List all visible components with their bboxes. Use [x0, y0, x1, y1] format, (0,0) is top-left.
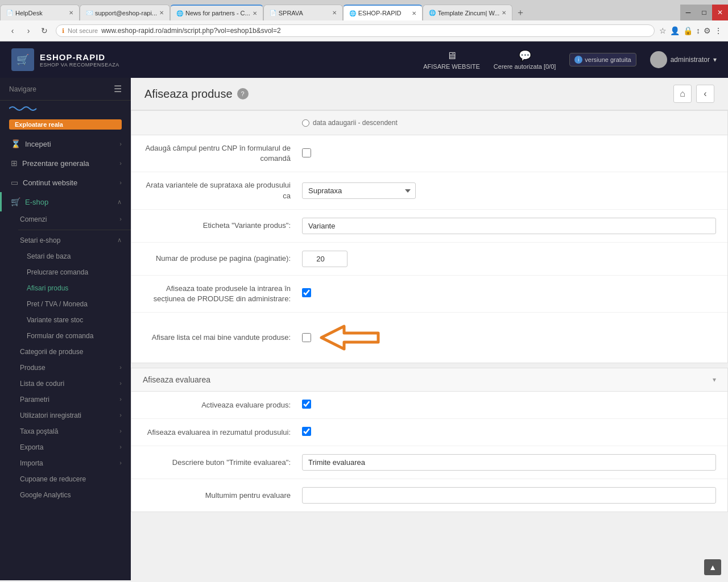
- sidebar-item-taxa-postala[interactable]: Taxa poştală ›: [18, 423, 131, 439]
- tab-news[interactable]: 🌐 News for partners - C... ✕: [170, 5, 263, 20]
- extension2-button[interactable]: ↕: [696, 26, 700, 35]
- news-tab-close[interactable]: ✕: [253, 10, 257, 16]
- cnp-checkbox[interactable]: [302, 148, 311, 157]
- sidebar-item-afisari-produs[interactable]: Afisari produs: [18, 280, 131, 296]
- eticheta-input[interactable]: [302, 218, 716, 234]
- settings-button[interactable]: ⚙: [704, 26, 711, 35]
- sidebar-item-exporta[interactable]: Exporta ›: [18, 439, 131, 455]
- sort-radio-label[interactable]: data adaugarii - descendent: [302, 119, 716, 127]
- sidebar-item-categorii[interactable]: Categorii de produse: [18, 344, 131, 360]
- exporta-chevron-icon: ›: [119, 443, 122, 451]
- admin-area[interactable]: administrator ▾: [650, 51, 717, 68]
- eshop-rapid-tab-title: ESHOP-RAPID: [358, 10, 410, 16]
- close-button[interactable]: ✕: [712, 5, 728, 20]
- variante-stare-label: Variante stare stoc: [27, 316, 83, 324]
- afisare-lista-label: Afisare lista cel mai bine vandute produ…: [143, 332, 302, 343]
- not-secure-icon: ℹ: [62, 27, 64, 35]
- extension1-button[interactable]: 🔒: [683, 26, 693, 35]
- afisare-website-button[interactable]: 🖥 AFISARE WEBSITE: [423, 50, 480, 70]
- template-tab-close[interactable]: ✕: [502, 10, 506, 16]
- logo-box: 🛒: [11, 48, 34, 71]
- afisare-lista-checkbox[interactable]: [302, 333, 311, 342]
- help-icon[interactable]: ?: [237, 88, 249, 99]
- sidebar-item-comenzi[interactable]: Comenzi ›: [18, 211, 131, 227]
- formular-comanda-label: Formular de comanda: [27, 332, 93, 340]
- sidebar-item-produse[interactable]: Produse ›: [18, 360, 131, 376]
- content-body: data adaugarii - descendent Adaugă câmpu…: [131, 110, 728, 512]
- sidebar-item-importa[interactable]: Importa ›: [18, 455, 131, 471]
- eshop-submenu: Comenzi › Setari e-shop ∧ Setari de baza…: [0, 211, 131, 503]
- lista-coduri-chevron-icon: ›: [119, 380, 122, 388]
- suprataxa-label: Arata variantele de suprataxa ale produs…: [143, 180, 302, 201]
- tab-eshop-rapid[interactable]: 🌐 ESHOP-RAPID ✕: [343, 5, 423, 20]
- menu-button[interactable]: ⋮: [714, 26, 722, 35]
- numar-produse-label: Numar de produse pe pagina (paginatie):: [143, 253, 302, 264]
- browser-actions: ☆ 👤 🔒 ↕ ⚙ ⋮: [659, 26, 722, 35]
- sidebar-item-prelucrare[interactable]: Prelucrare comanda: [18, 264, 131, 280]
- afisari-produs-label: Afisari produs: [27, 284, 68, 292]
- bookmark-button[interactable]: ☆: [659, 26, 667, 35]
- back-nav-button[interactable]: ‹: [696, 85, 714, 103]
- top-nav-actions: 🖥 AFISARE WEBSITE 💬 Cerere autorizata [0…: [423, 49, 717, 70]
- cerere-autorizata-button[interactable]: 💬 Cerere autorizata [0/0]: [494, 49, 556, 70]
- refresh-button[interactable]: ↻: [38, 24, 51, 38]
- address-input[interactable]: ℹ Not secure www.eshop-rapid.ro/admin/sc…: [56, 24, 655, 37]
- support-tab-close[interactable]: ✕: [159, 10, 164, 16]
- lista-coduri-label: Lista de coduri: [20, 380, 64, 388]
- helpdesk-tab-close[interactable]: ✕: [69, 10, 73, 16]
- sidebar-item-continut[interactable]: ▭ Continut website ›: [0, 173, 131, 192]
- new-tab-button[interactable]: ＋: [512, 5, 528, 20]
- eshop-rapid-tab-icon: 🌐: [349, 10, 356, 16]
- sidebar-item-setari-eshop[interactable]: Setari e-shop ∧: [18, 232, 131, 248]
- account-button[interactable]: 👤: [670, 26, 680, 35]
- eshop-rapid-tab-close[interactable]: ✕: [412, 10, 416, 16]
- sprava-tab-close[interactable]: ✕: [332, 10, 337, 16]
- sidebar-item-google-analytics[interactable]: Google Analytics: [18, 487, 131, 503]
- sidebar-item-parametri[interactable]: Parametri ›: [18, 392, 131, 408]
- sidebar-item-pret-tva[interactable]: Pret / TVA / Moneda: [18, 296, 131, 312]
- sort-radio-input[interactable]: [302, 119, 309, 127]
- prezentare-chevron-icon: ›: [119, 160, 122, 167]
- produse-chevron-icon: ›: [119, 364, 122, 372]
- sidebar-item-prezentare[interactable]: ⊞ Prezentare generala ›: [0, 153, 131, 173]
- cnp-label: Adaugă câmpul pentru CNP în formularul d…: [143, 143, 302, 164]
- numar-produse-input[interactable]: [302, 251, 348, 267]
- back-button[interactable]: ‹: [6, 24, 19, 38]
- evaluarea-section-header[interactable]: Afiseaza evaluarea ▾: [131, 368, 727, 392]
- tab-support[interactable]: ✉️ support@eshop-rapi... ✕: [80, 5, 170, 20]
- suprataxa-select[interactable]: Suprataxa: [302, 182, 416, 199]
- afiseaza-toate-checkbox[interactable]: [302, 288, 311, 297]
- forward-button[interactable]: ›: [22, 24, 35, 38]
- sidebar-item-variante-stare[interactable]: Variante stare stoc: [18, 312, 131, 328]
- tab-template[interactable]: 🌐 Template Zincum| W... ✕: [423, 5, 513, 20]
- sidebar-item-eshop[interactable]: 🛒 E-shop ∧: [0, 192, 131, 211]
- sidebar-item-utilizatori[interactable]: Utilizatori inregistrati ›: [18, 408, 131, 423]
- sidebar-item-eshop-left: 🛒 E-shop: [11, 197, 48, 206]
- descriere-buton-input[interactable]: [302, 454, 716, 471]
- multumim-input[interactable]: [302, 487, 716, 504]
- pret-tva-label: Pret / TVA / Moneda: [27, 300, 88, 308]
- tab-sprava[interactable]: 📄 SPRAVA ✕: [263, 5, 343, 20]
- home-button[interactable]: ⌂: [673, 85, 692, 103]
- nav-title: Navigare: [9, 85, 36, 93]
- scroll-top-button[interactable]: ▲: [704, 559, 721, 575]
- minimize-button[interactable]: ─: [680, 5, 696, 20]
- sidebar-item-lista-coduri[interactable]: Lista de coduri ›: [18, 376, 131, 392]
- afiseaza-evaluarea-checkbox[interactable]: [302, 427, 311, 436]
- cupoane-label: Cupoane de reducere: [20, 475, 86, 483]
- news-tab-icon: 🌐: [176, 10, 183, 16]
- sidebar-item-incepeti[interactable]: ⌛ Incepeti ›: [0, 134, 131, 153]
- activeaza-evaluare-checkbox[interactable]: [302, 400, 311, 409]
- version-label: versiune gratuita: [585, 56, 631, 63]
- sidebar-item-cupoane[interactable]: Cupoane de reducere: [18, 471, 131, 487]
- sidebar-item-formular-comanda[interactable]: Formular de comanda: [18, 328, 131, 344]
- tab-helpdesk[interactable]: 📄 HelpDesk ✕: [0, 5, 80, 20]
- maximize-button[interactable]: □: [696, 5, 712, 20]
- hamburger-button[interactable]: ☰: [114, 84, 122, 94]
- eshop-icon: 🛒: [11, 197, 20, 206]
- activeaza-evaluare-control: [302, 400, 716, 410]
- sidebar-item-setari-baza[interactable]: Setari de baza: [18, 248, 131, 264]
- afiseaza-toate-row: Afiseaza toate produsele la intrarea în …: [131, 276, 727, 313]
- afiseaza-toate-control: [302, 288, 716, 299]
- importa-chevron-icon: ›: [119, 459, 122, 467]
